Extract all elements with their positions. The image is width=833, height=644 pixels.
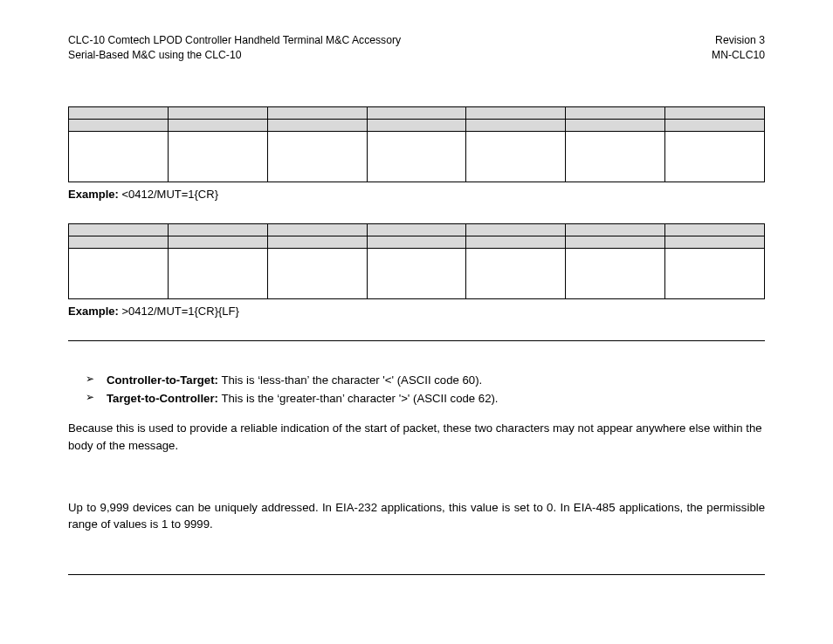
arrow-icon: ➢ bbox=[86, 389, 107, 406]
page-header: CLC-10 Comtech LPOD Controller Handheld … bbox=[68, 33, 765, 63]
table-row bbox=[69, 249, 765, 299]
bullet-list: ➢ Controller-to-Target: This is ‘less-th… bbox=[86, 371, 765, 408]
table-row bbox=[69, 132, 765, 182]
bullet-label: Target-to-Controller: bbox=[107, 392, 218, 405]
table-row bbox=[69, 224, 765, 236]
header-left-line1: CLC-10 Comtech LPOD Controller Handheld … bbox=[68, 33, 401, 48]
example-2: Example: >0412/MUT=1{CR}{LF} bbox=[68, 305, 765, 318]
paragraph: Up to 9,999 devices can be uniquely addr… bbox=[68, 499, 765, 532]
example-text: >0412/MUT=1{CR}{LF} bbox=[119, 305, 239, 318]
spacer bbox=[68, 454, 765, 492]
table-row bbox=[69, 236, 765, 249]
example-label: Example: bbox=[68, 188, 119, 201]
example-1: Example: <0412/MUT=1{CR} bbox=[68, 188, 765, 201]
example-text: <0412/MUT=1{CR} bbox=[119, 188, 218, 201]
packet-table-2 bbox=[68, 223, 765, 299]
paragraph: Because this is used to provide a reliab… bbox=[68, 420, 765, 453]
page: CLC-10 Comtech LPOD Controller Handheld … bbox=[0, 0, 833, 644]
list-item: ➢ Controller-to-Target: This is ‘less-th… bbox=[86, 371, 765, 389]
list-item: ➢ Target-to-Controller: This is the ‘gre… bbox=[86, 389, 765, 408]
header-left: CLC-10 Comtech LPOD Controller Handheld … bbox=[68, 33, 401, 63]
bullet-text: This is ‘less-than’ the character '<' (A… bbox=[218, 373, 482, 387]
table-row bbox=[69, 120, 765, 132]
divider bbox=[68, 574, 765, 575]
header-right-line2: MN-CLC10 bbox=[712, 48, 765, 63]
table-row bbox=[69, 107, 765, 120]
divider bbox=[68, 340, 765, 341]
bullet-text: This is the ‘greater-than’ character '>'… bbox=[218, 392, 499, 405]
header-left-line2: Serial-Based M&C using the CLC-10 bbox=[68, 48, 401, 63]
header-right: Revision 3 MN-CLC10 bbox=[712, 33, 765, 63]
packet-table-1 bbox=[68, 106, 765, 182]
header-right-line1: Revision 3 bbox=[712, 33, 765, 48]
bullet-label: Controller-to-Target: bbox=[107, 373, 218, 387]
example-label: Example: bbox=[68, 305, 119, 318]
arrow-icon: ➢ bbox=[86, 371, 107, 387]
content: Example: <0412/MUT=1{CR} Example: >0412/… bbox=[68, 106, 765, 575]
